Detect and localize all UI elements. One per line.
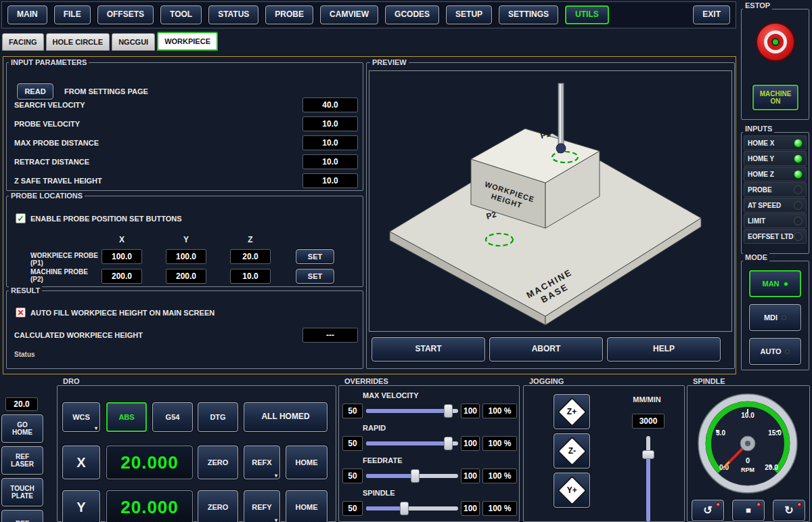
menu-probe[interactable]: PROBE (265, 5, 313, 24)
spindle-forward-button[interactable]: ↻ (773, 500, 805, 521)
spindle-stop-button[interactable]: ■ (732, 500, 765, 521)
column-header-z: Z (230, 235, 271, 244)
g54-button[interactable]: G54 (152, 402, 193, 432)
p1-set-button[interactable]: SET (296, 249, 334, 264)
preview-canvas: MACHINE BASE P2 WORKPIECE HEIGHT P1 (369, 71, 731, 331)
slider-fill (366, 506, 405, 510)
z-safe-travel-field[interactable]: 10.0 (302, 173, 358, 188)
refx-button[interactable]: REFX ▾ (244, 445, 280, 479)
menu-setup[interactable]: SETUP (446, 5, 492, 24)
spindle-stop-led-icon (757, 502, 761, 507)
mode-man-button[interactable]: MAN (749, 270, 801, 297)
slider-handle[interactable] (444, 437, 453, 450)
input-row-home-z: HOME Z (744, 167, 807, 181)
wcs-dropdown-button[interactable]: WCS ▾ (62, 402, 100, 432)
refx-label: REFX (252, 458, 271, 467)
tab-ngcgui[interactable]: NGCGUI (112, 33, 155, 51)
autofill-checkbox[interactable] (16, 307, 26, 318)
go-home-button[interactable]: GO HOME (1, 414, 43, 443)
start-button[interactable]: START (371, 337, 485, 362)
p1-z-field[interactable]: 20.0 (230, 249, 271, 264)
max-velocity-slider[interactable] (366, 404, 458, 418)
menu-file[interactable]: FILE (54, 5, 91, 24)
p2-y-field[interactable]: 200.0 (166, 269, 206, 284)
preview-caption: PREVIEW (370, 58, 409, 66)
left-rail-value-field[interactable]: 20.0 (5, 397, 38, 411)
rotate-ccw-icon: ↺ (703, 504, 712, 517)
dtg-button[interactable]: DTG (198, 402, 238, 432)
menu-gcodes[interactable]: GCODES (385, 5, 439, 24)
input-label: HOME Y (748, 155, 774, 162)
help-button[interactable]: HELP (607, 337, 721, 362)
chevron-down-icon: ▾ (275, 517, 277, 522)
ref-button[interactable]: REF (1, 510, 43, 522)
menu-camview[interactable]: CAMVIEW (320, 5, 378, 24)
jog-z-plus-button[interactable]: Z+ (554, 394, 590, 429)
tab-hole-circle[interactable]: HOLE CIRCLE (46, 33, 110, 51)
y-axis-button[interactable]: Y (62, 490, 100, 522)
mode-mdi-button[interactable]: MDI (749, 304, 801, 331)
menu-tool[interactable]: TOOL (160, 5, 202, 24)
jog-rate-field[interactable]: 3000 (632, 414, 664, 429)
menu-status[interactable]: STATUS (208, 5, 258, 24)
p1-y-field[interactable]: 100.0 (166, 249, 206, 264)
rapid-max-field: 100 (461, 436, 480, 451)
estop-button[interactable] (756, 22, 795, 62)
max-probe-distance-field[interactable]: 10.0 (302, 135, 358, 150)
feedrate-slider[interactable] (366, 469, 458, 483)
abort-button[interactable]: ABORT (489, 337, 603, 362)
search-velocity-label: SEARCH VELOCITY (14, 101, 85, 109)
max-velocity-pct-field: 100 % (482, 404, 517, 418)
slider-handle[interactable] (411, 469, 420, 483)
x-axis-button[interactable]: X (62, 445, 100, 479)
jog-diamond-icon: Z- (557, 436, 587, 466)
mode-mdi-label: MDI (764, 313, 777, 322)
slider-handle[interactable] (444, 404, 453, 418)
slider-handle[interactable] (400, 502, 409, 515)
read-button[interactable]: READ (17, 83, 53, 100)
p2-set-button[interactable]: SET (296, 269, 334, 284)
rapid-pct-field: 100 % (482, 436, 517, 451)
spindle-slider[interactable] (366, 501, 458, 516)
jog-diamond-icon: Y+ (557, 475, 587, 505)
jog-z-minus-button[interactable]: Z- (554, 433, 590, 469)
y-home-button[interactable]: HOME (286, 490, 328, 522)
retract-distance-field[interactable]: 10.0 (302, 154, 358, 169)
menu-offsets[interactable]: OFFSETS (97, 5, 154, 24)
jog-rate-slider[interactable] (641, 436, 655, 521)
jog-y-plus-label: Y+ (566, 485, 577, 495)
spindle-rev-led-icon (716, 502, 721, 507)
menu-main[interactable]: MAIN (7, 5, 47, 24)
all-homed-button[interactable]: ALL HOMED (244, 402, 328, 432)
touch-plate-button[interactable]: TOUCH PLATE (1, 478, 43, 506)
menu-settings[interactable]: SETTINGS (499, 5, 558, 24)
exit-button[interactable]: EXIT (693, 5, 730, 24)
abs-button[interactable]: ABS (106, 402, 147, 432)
refy-button[interactable]: REFY ▾ (244, 490, 280, 522)
menu-utils[interactable]: UTILS (565, 5, 609, 24)
gauge-value: 0 (746, 456, 750, 464)
p2-z-field[interactable]: 10.0 (230, 269, 271, 284)
x-zero-button[interactable]: ZERO (198, 445, 238, 479)
machine-on-button[interactable]: MACHINE ON (752, 85, 798, 110)
rapid-slider[interactable] (366, 436, 458, 451)
tab-workpiece[interactable]: WORKPIECE (157, 32, 218, 51)
ref-laser-button[interactable]: REF LASER (1, 446, 43, 475)
probe-velocity-field[interactable]: 10.0 (302, 116, 358, 131)
y-zero-button[interactable]: ZERO (198, 490, 238, 522)
x-home-button[interactable]: HOME (286, 445, 328, 479)
p2-x-field[interactable]: 200.0 (102, 269, 142, 284)
enable-set-buttons-checkbox[interactable] (16, 213, 26, 223)
wcs-label: WCS (72, 413, 90, 422)
mode-auto-button[interactable]: AUTO (749, 338, 801, 365)
tab-facing[interactable]: FACING (2, 33, 44, 51)
inputs-group: HOME X HOME Y HOME Z PROBE AT SPEED LIMI… (741, 132, 809, 254)
autofill-label: AUTO FILL WORKPIECE HEIGHT ON MAIN SCREE… (30, 309, 215, 317)
p1-x-field[interactable]: 100.0 (102, 249, 142, 264)
jog-y-plus-button[interactable]: Y+ (554, 473, 590, 508)
spindle-reverse-button[interactable]: ↺ (692, 500, 724, 521)
search-velocity-field[interactable]: 40.0 (302, 97, 358, 112)
jog-diamond-icon: Z+ (557, 397, 587, 427)
workpiece-probe-row-label: WORKPIECE PROBE (P1) (30, 252, 98, 267)
slider-handle[interactable] (642, 450, 654, 459)
